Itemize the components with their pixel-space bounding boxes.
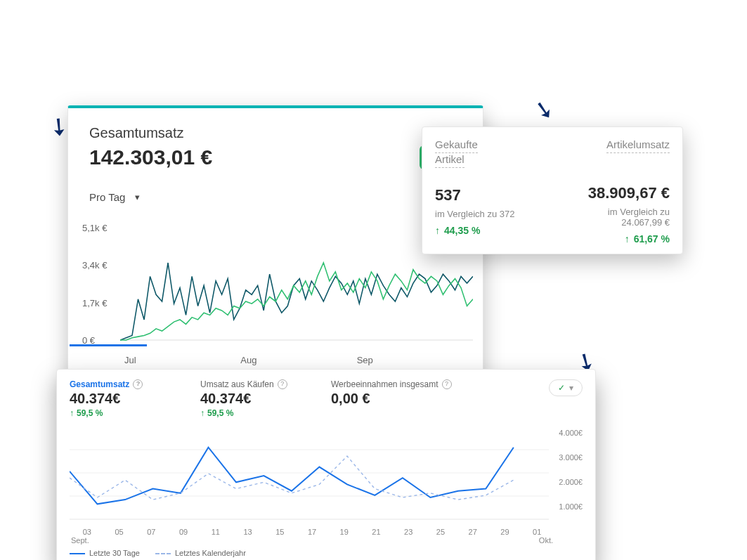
item-revenue-value: 38.909,67 € [565,184,670,202]
x-tick: 25 [424,528,457,536]
y-tick: 3,4k € [82,260,107,271]
y-tick: 1,7k € [82,297,107,308]
card-title: Gesamtumsatz [68,108,483,144]
x-tick: 21 [360,528,393,536]
x-tick: 19 [328,528,360,536]
granularity-select[interactable]: Pro Tag ▾ [89,191,140,203]
up-arrow-icon: ↑ [70,408,74,418]
revenue-line-chart: 5,1k € 3,4k € 1,7k € 0 € [82,217,473,351]
purchased-items-pct: ↑44,35 % [435,225,540,236]
item-revenue-pct: ↑61,67 % [565,233,670,245]
x-tick: 29 [489,528,521,536]
purchased-items-value: 537 [435,186,540,204]
metric-2[interactable]: Werbeeinnahmen insgesamt ?0,00 € [331,379,452,407]
up-arrow-icon: ↑ [435,225,440,236]
help-icon[interactable]: ? [278,379,287,389]
x-tick: 09 [167,528,200,536]
x-tick: 23 [392,528,424,536]
total-revenue-amount: 142.303,01 € [89,145,212,169]
x-tick: 27 [457,528,489,536]
x-sub-left: Sept. [71,536,89,545]
arrow-icon: ➘ [532,94,557,125]
items-stats-card: Gekaufte Artikel 537 im Vergleich zu 372… [422,126,683,254]
x-sub-right: Okt. [539,536,553,545]
item-revenue-header: Artikelumsatz [606,138,670,153]
legend-previous: Letztes Kalenderjahr [155,549,246,557]
recent-revenue-card: Gesamtumsatz ?40.374€↑59,5 %Umsatz aus K… [56,369,596,560]
x-tick: Jul [124,355,240,365]
x-tick: Aug [240,355,356,365]
up-arrow-icon: ↑ [200,408,204,418]
item-revenue-compare: im Vergleich zu 24.067,99 € [565,207,670,228]
x-tick: 13 [232,528,264,536]
x-tick: 05 [103,528,136,536]
x-tick: 11 [200,528,232,536]
metric-0[interactable]: Gesamtumsatz ?40.374€↑59,5 % [70,379,175,418]
up-arrow-icon: ↑ [625,233,630,245]
x-tick: Sep [357,355,473,365]
y-tick: 5,1k € [82,223,107,233]
x-tick: 15 [264,528,296,536]
status-pill[interactable]: ✓ ▾ [549,379,583,396]
chevron-down-icon: ▾ [135,192,140,202]
help-icon[interactable]: ? [442,379,452,389]
recent-revenue-chart: 4.000€ 3.000€ 2.000€ 1.000€ [70,428,583,526]
purchased-items-compare: im Vergleich zu 372 [435,209,540,219]
y-tick: 3.000€ [559,453,583,462]
y-tick: 1.000€ [559,502,583,511]
x-tick: 17 [296,528,328,536]
purchased-items-header: Gekaufte Artikel [435,138,540,168]
x-tick: 07 [135,528,167,536]
x-tick: 01 [521,528,553,536]
legend-current: Letzte 30 Tage [70,549,140,557]
x-tick: 03 [71,528,103,536]
y-tick: 4.000€ [559,429,583,437]
metric-1[interactable]: Umsatz aus Käufen ?40.374€↑59,5 % [200,379,306,418]
check-icon: ✓ [558,383,565,393]
chevron-down-icon: ▾ [569,383,573,393]
help-icon[interactable]: ? [133,379,143,389]
y-tick: 2.000€ [559,478,583,486]
granularity-label: Pro Tag [89,191,125,203]
